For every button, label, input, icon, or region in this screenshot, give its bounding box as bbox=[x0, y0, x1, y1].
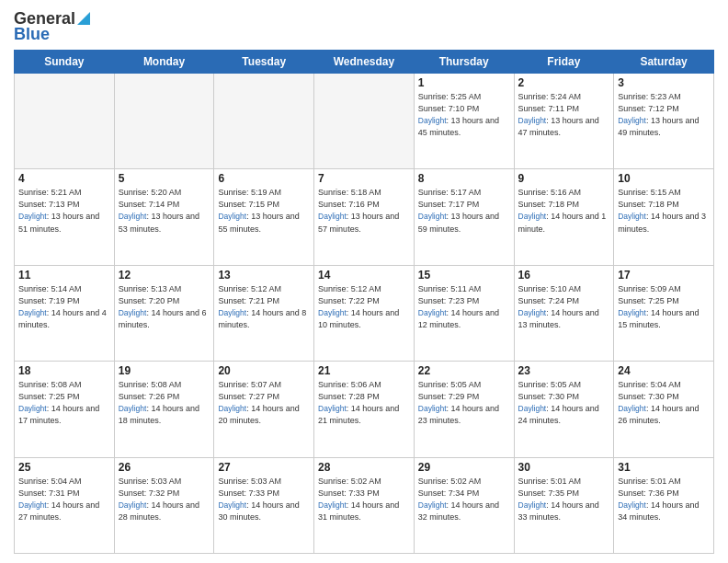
col-tuesday: Tuesday bbox=[214, 51, 314, 74]
cell-info: Sunrise: 5:10 AMSunset: 7:24 PMDaylight:… bbox=[518, 283, 610, 331]
sunset-text: Sunset: 7:20 PM bbox=[119, 296, 180, 305]
daylight-label: Daylight bbox=[518, 116, 547, 125]
sunrise-text: Sunrise: 5:09 AM bbox=[618, 284, 681, 293]
cell-info: Sunrise: 5:17 AMSunset: 7:17 PMDaylight:… bbox=[418, 187, 510, 235]
sunrise-text: Sunrise: 5:02 AM bbox=[318, 477, 381, 486]
day-number: 26 bbox=[119, 461, 210, 474]
sunset-text: Sunset: 7:23 PM bbox=[418, 296, 480, 305]
day-number: 4 bbox=[18, 172, 110, 185]
daylight-label: Daylight bbox=[318, 500, 347, 510]
sunrise-text: Sunrise: 5:04 AM bbox=[18, 477, 82, 486]
sunset-text: Sunset: 7:30 PM bbox=[618, 392, 679, 401]
day-number: 19 bbox=[119, 364, 210, 377]
day-number: 29 bbox=[418, 461, 510, 474]
sunset-text: Sunset: 7:15 PM bbox=[218, 200, 279, 209]
daylight-label: Daylight bbox=[518, 308, 547, 317]
day-number: 30 bbox=[518, 461, 610, 474]
day-number: 18 bbox=[18, 364, 110, 377]
sunrise-text: Sunrise: 5:15 AM bbox=[618, 188, 681, 197]
calendar-cell bbox=[314, 74, 415, 169]
sunrise-text: Sunrise: 5:24 AM bbox=[518, 92, 582, 101]
sunrise-text: Sunrise: 5:05 AM bbox=[518, 380, 582, 389]
calendar-cell: 16Sunrise: 5:10 AMSunset: 7:24 PMDayligh… bbox=[514, 265, 614, 361]
sunrise-text: Sunrise: 5:25 AM bbox=[418, 92, 482, 101]
day-number: 2 bbox=[518, 76, 610, 89]
sunrise-text: Sunrise: 5:04 AM bbox=[618, 380, 681, 389]
day-number: 6 bbox=[218, 172, 310, 185]
daylight-label: Daylight bbox=[18, 500, 47, 510]
calendar-cell: 14Sunrise: 5:12 AMSunset: 7:22 PMDayligh… bbox=[314, 265, 415, 361]
calendar-cell: 8Sunrise: 5:17 AMSunset: 7:17 PMDaylight… bbox=[414, 169, 514, 265]
daylight-label: Daylight bbox=[618, 212, 646, 221]
cell-info: Sunrise: 5:15 AMSunset: 7:18 PMDaylight:… bbox=[618, 187, 710, 235]
cell-info: Sunrise: 5:06 AMSunset: 7:28 PMDaylight:… bbox=[318, 379, 410, 427]
sunset-text: Sunset: 7:17 PM bbox=[418, 200, 480, 209]
daylight-label: Daylight bbox=[418, 212, 447, 221]
daylight-label: Daylight bbox=[518, 500, 547, 510]
cell-info: Sunrise: 5:08 AMSunset: 7:25 PMDaylight:… bbox=[18, 379, 110, 427]
daylight-label: Daylight bbox=[618, 308, 646, 317]
day-number: 20 bbox=[218, 364, 310, 377]
daylight-label: Daylight bbox=[618, 500, 646, 510]
day-number: 9 bbox=[518, 172, 610, 185]
daylight-label: Daylight bbox=[218, 404, 246, 413]
daylight-label: Daylight bbox=[618, 404, 646, 413]
calendar-cell: 3Sunrise: 5:23 AMSunset: 7:12 PMDaylight… bbox=[614, 74, 714, 169]
sunset-text: Sunset: 7:30 PM bbox=[518, 392, 580, 401]
sunset-text: Sunset: 7:13 PM bbox=[18, 200, 80, 209]
cell-info: Sunrise: 5:09 AMSunset: 7:25 PMDaylight:… bbox=[618, 283, 710, 331]
daylight-label: Daylight bbox=[418, 404, 447, 413]
cell-info: Sunrise: 5:05 AMSunset: 7:29 PMDaylight:… bbox=[418, 379, 510, 427]
day-number: 28 bbox=[318, 461, 410, 474]
daylight-label: Daylight bbox=[18, 212, 47, 221]
day-number: 22 bbox=[418, 364, 510, 377]
sunset-text: Sunset: 7:24 PM bbox=[518, 296, 580, 305]
header: General Blue bbox=[14, 9, 714, 44]
cell-info: Sunrise: 5:12 AMSunset: 7:22 PMDaylight:… bbox=[318, 283, 410, 331]
sunrise-text: Sunrise: 5:05 AM bbox=[418, 380, 482, 389]
day-number: 12 bbox=[119, 269, 210, 282]
sunrise-text: Sunrise: 5:12 AM bbox=[218, 284, 281, 293]
calendar-cell: 12Sunrise: 5:13 AMSunset: 7:20 PMDayligh… bbox=[114, 265, 214, 361]
calendar-week-row: 11Sunrise: 5:14 AMSunset: 7:19 PMDayligh… bbox=[15, 265, 714, 361]
calendar-cell: 11Sunrise: 5:14 AMSunset: 7:19 PMDayligh… bbox=[15, 265, 115, 361]
col-monday: Monday bbox=[114, 51, 214, 74]
sunset-text: Sunset: 7:35 PM bbox=[518, 488, 580, 498]
cell-info: Sunrise: 5:19 AMSunset: 7:15 PMDaylight:… bbox=[218, 187, 310, 235]
day-number: 15 bbox=[418, 269, 510, 282]
sunrise-text: Sunrise: 5:19 AM bbox=[218, 188, 281, 197]
sunrise-text: Sunrise: 5:06 AM bbox=[318, 380, 381, 389]
calendar-week-row: 25Sunrise: 5:04 AMSunset: 7:31 PMDayligh… bbox=[15, 457, 714, 553]
cell-info: Sunrise: 5:04 AMSunset: 7:31 PMDaylight:… bbox=[18, 476, 110, 523]
day-number: 17 bbox=[618, 269, 710, 282]
daylight-label: Daylight bbox=[119, 308, 147, 317]
sunset-text: Sunset: 7:33 PM bbox=[218, 488, 279, 498]
calendar-cell bbox=[114, 74, 214, 169]
cell-info: Sunrise: 5:11 AMSunset: 7:23 PMDaylight:… bbox=[418, 283, 510, 331]
calendar-cell bbox=[214, 74, 314, 169]
cell-info: Sunrise: 5:03 AMSunset: 7:33 PMDaylight:… bbox=[218, 476, 310, 523]
sunrise-text: Sunrise: 5:12 AM bbox=[318, 284, 381, 293]
calendar-cell: 13Sunrise: 5:12 AMSunset: 7:21 PMDayligh… bbox=[214, 265, 314, 361]
sunset-text: Sunset: 7:14 PM bbox=[119, 200, 180, 209]
sunset-text: Sunset: 7:32 PM bbox=[119, 488, 180, 498]
sunrise-text: Sunrise: 5:20 AM bbox=[119, 188, 182, 197]
day-number: 24 bbox=[618, 364, 710, 377]
daylight-label: Daylight bbox=[518, 404, 547, 413]
calendar-cell: 15Sunrise: 5:11 AMSunset: 7:23 PMDayligh… bbox=[414, 265, 514, 361]
daylight-label: Daylight bbox=[119, 500, 147, 510]
cell-info: Sunrise: 5:12 AMSunset: 7:21 PMDaylight:… bbox=[218, 283, 310, 331]
cell-info: Sunrise: 5:08 AMSunset: 7:26 PMDaylight:… bbox=[119, 379, 210, 427]
calendar-body: 1Sunrise: 5:25 AMSunset: 7:10 PMDaylight… bbox=[15, 74, 714, 554]
cell-info: Sunrise: 5:01 AMSunset: 7:35 PMDaylight:… bbox=[518, 476, 610, 523]
daylight-label: Daylight bbox=[318, 212, 347, 221]
day-number: 8 bbox=[418, 172, 510, 185]
sunrise-text: Sunrise: 5:08 AM bbox=[18, 380, 82, 389]
sunrise-text: Sunrise: 5:02 AM bbox=[418, 477, 482, 486]
daylight-label: Daylight bbox=[418, 116, 447, 125]
cell-info: Sunrise: 5:02 AMSunset: 7:33 PMDaylight:… bbox=[318, 476, 410, 523]
day-number: 31 bbox=[618, 461, 710, 474]
sunrise-text: Sunrise: 5:03 AM bbox=[218, 477, 281, 486]
calendar-cell: 18Sunrise: 5:08 AMSunset: 7:25 PMDayligh… bbox=[15, 362, 115, 457]
cell-info: Sunrise: 5:16 AMSunset: 7:18 PMDaylight:… bbox=[518, 187, 610, 235]
